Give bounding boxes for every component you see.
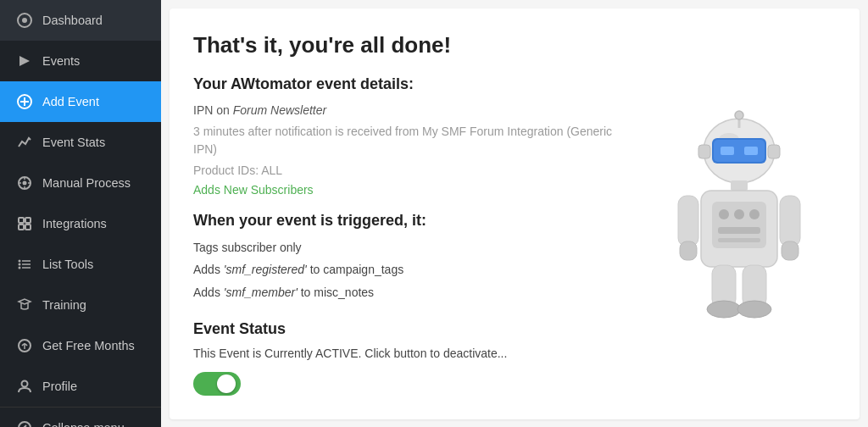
trigger-line3-italic: 'smf_member' <box>224 286 298 299</box>
event-product-line: Product IDs: ALL <box>193 162 629 180</box>
svg-point-1 <box>22 18 27 23</box>
sidebar-item-training[interactable]: Training <box>0 285 161 325</box>
svg-point-39 <box>719 209 729 219</box>
event-source-italic: Forum Newsletter <box>233 103 326 117</box>
dashboard-icon <box>15 11 34 30</box>
sidebar-item-get-free-months[interactable]: Get Free Months <box>0 325 161 366</box>
toggle-wrap <box>193 372 629 396</box>
trigger-line3-pre: Adds <box>193 286 224 299</box>
robot-illustration-container <box>646 32 832 396</box>
event-timing-line: 3 minutes after notification is received… <box>193 123 629 158</box>
sidebar-item-add-event[interactable]: Add Event <box>0 81 161 122</box>
sidebar-item-label: Add Event <box>42 95 99 108</box>
event-source-text: IPN on <box>193 103 230 117</box>
adds-subscribers-label: Adds New Subscribers <box>193 183 629 197</box>
svg-rect-32 <box>698 145 710 158</box>
active-toggle[interactable] <box>193 372 241 396</box>
toggle-thumb <box>217 374 236 393</box>
sidebar-item-label: Collapse menu <box>42 421 125 427</box>
svg-point-35 <box>735 111 743 119</box>
trigger-line3-post: to misc_notes <box>298 286 374 299</box>
robot-illustration <box>663 104 815 324</box>
trigger-line2-italic: 'smf_registered' <box>224 263 307 276</box>
svg-rect-42 <box>718 227 760 234</box>
training-icon <box>15 296 34 314</box>
svg-point-41 <box>749 209 760 219</box>
svg-rect-45 <box>680 241 697 260</box>
sidebar-item-label: Dashboard <box>42 14 103 27</box>
sidebar-item-label: Integrations <box>42 217 107 230</box>
event-details-heading: Your AWtomator event details: <box>193 75 629 93</box>
svg-point-51 <box>737 301 771 318</box>
svg-point-18 <box>19 263 21 266</box>
toggle-track <box>193 372 241 396</box>
sidebar-item-label: Event Stats <box>42 136 105 149</box>
sidebar-item-dashboard[interactable]: Dashboard <box>0 0 161 41</box>
trigger-heading: When your event is triggered, it: <box>193 212 629 230</box>
sidebar-item-events[interactable]: Events <box>0 41 161 81</box>
sidebar-item-collapse-menu[interactable]: Collapse menu <box>0 407 161 427</box>
trigger-line-2: Adds 'smf_registered' to campaign_tags <box>193 260 629 279</box>
sidebar-item-label: List Tools <box>42 258 93 271</box>
svg-marker-2 <box>19 56 30 66</box>
svg-point-7 <box>23 181 27 186</box>
content-left: That's it, you're all done! Your AWtomat… <box>193 32 629 396</box>
sidebar-item-list-tools[interactable]: List Tools <box>0 244 161 285</box>
svg-rect-33 <box>768 145 780 158</box>
svg-rect-47 <box>782 241 798 260</box>
sidebar-item-label: Events <box>42 54 80 68</box>
list-icon <box>15 255 34 274</box>
sidebar-item-label: Profile <box>42 380 77 393</box>
sidebar-item-label: Training <box>42 298 86 312</box>
svg-point-20 <box>19 267 21 269</box>
page-title: That's it, you're all done! <box>193 32 629 58</box>
sidebar-item-integrations[interactable]: Integrations <box>0 203 161 244</box>
svg-rect-46 <box>780 196 800 247</box>
gift-icon <box>15 336 34 355</box>
status-text: This Event is Currently ACTIVE. Click bu… <box>193 347 629 360</box>
svg-rect-14 <box>19 225 24 230</box>
trigger-line-1: Tags subscriber only <box>193 238 629 257</box>
svg-rect-44 <box>678 196 698 247</box>
sidebar-item-label: Get Free Months <box>42 339 135 352</box>
svg-rect-15 <box>25 225 31 230</box>
event-source-line: IPN on Forum Newsletter <box>193 102 629 119</box>
trigger-line2-post: to campaign_tags <box>307 263 403 276</box>
svg-point-16 <box>19 260 21 263</box>
events-icon <box>15 52 34 70</box>
sidebar: Dashboard Events Add Event Event Stats <box>0 0 161 427</box>
svg-rect-36 <box>731 180 748 191</box>
svg-rect-13 <box>25 218 31 223</box>
sidebar-item-event-stats[interactable]: Event Stats <box>0 122 161 163</box>
svg-point-24 <box>22 381 28 387</box>
trigger-line2-pre: Adds <box>193 263 224 276</box>
main-content: That's it, you're all done! Your AWtomat… <box>161 0 868 427</box>
collapse-icon <box>15 419 34 427</box>
trigger-line-3: Adds 'smf_member' to misc_notes <box>193 283 629 302</box>
process-icon <box>15 174 34 192</box>
integrations-icon <box>15 214 34 233</box>
svg-rect-30 <box>721 147 734 155</box>
sidebar-item-profile[interactable]: Profile <box>0 366 161 407</box>
profile-icon <box>15 377 34 396</box>
svg-rect-43 <box>718 238 760 242</box>
stats-icon <box>15 133 34 152</box>
content-card: That's it, you're all done! Your AWtomat… <box>170 8 860 419</box>
svg-point-40 <box>734 209 744 219</box>
add-icon <box>15 92 34 111</box>
svg-rect-12 <box>19 218 24 223</box>
svg-rect-31 <box>744 147 758 155</box>
sidebar-item-manual-process[interactable]: Manual Process <box>0 163 161 203</box>
sidebar-item-label: Manual Process <box>42 176 131 190</box>
status-heading: Event Status <box>193 320 629 338</box>
svg-point-49 <box>707 301 741 318</box>
